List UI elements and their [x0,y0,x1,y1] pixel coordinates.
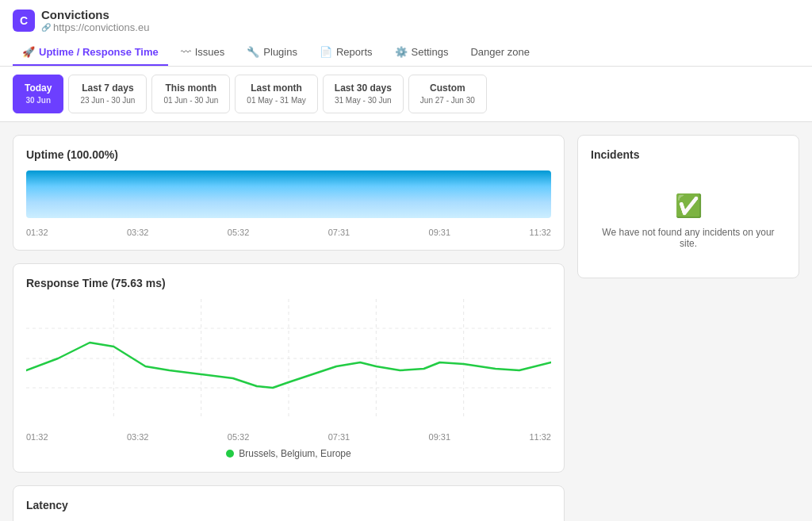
response-time-labels: 01:32 03:32 05:32 07:31 09:31 11:32 [26,432,551,442]
issues-icon: 〰 [181,46,191,58]
response-time-title: Response Time (75.63 ms) [26,277,551,289]
timerange-custom[interactable]: Custom Jun 27 - Jun 30 [408,75,487,113]
timerange-30days[interactable]: Last 30 days 31 May - 30 Jun [323,75,404,113]
plugins-icon: 🔧 [247,46,259,58]
nav-item-issues[interactable]: 〰 Issues [171,40,235,66]
time-range-selector: Today 30 Jun Last 7 days 23 Jun - 30 Jun… [0,67,812,122]
response-time-card: Response Time (75.63 ms) [13,263,565,473]
nav-item-danger[interactable]: Danger zone [461,40,538,66]
side-column: Incidents ✅ We have not found any incide… [577,135,799,521]
uptime-bar [26,170,551,218]
site-info: C Convictions 🔗 https://convictions.eu [13,8,799,33]
incidents-empty: ✅ We have not found any incidents on you… [591,177,786,265]
uptime-icon: 🚀 [22,46,35,58]
nav-item-plugins[interactable]: 🔧 Plugins [237,40,307,66]
content-area: Uptime (100.00%) 01:32 03:32 05:32 07:31… [0,122,812,521]
uptime-title: Uptime (100.00%) [26,148,551,161]
incidents-title: Incidents [591,148,786,161]
timerange-7days[interactable]: Last 7 days 23 Jun - 30 Jun [68,75,147,113]
timerange-thismonth[interactable]: This month 01 Jun - 30 Jun [151,75,230,113]
latency-card: Latency Brussels, Belgium, Europe 0 [13,485,565,521]
nav-item-uptime[interactable]: 🚀 Uptime / Response Time [13,40,168,66]
legend-dot [226,450,234,458]
latency-title: Latency [26,499,551,511]
site-logo: C [13,10,35,32]
check-circle-icon: ✅ [599,193,778,219]
main-column: Uptime (100.00%) 01:32 03:32 05:32 07:31… [13,135,565,521]
header: C Convictions 🔗 https://convictions.eu 🚀… [0,0,812,67]
incidents-message: We have not found any incidents on your … [599,227,778,249]
nav: 🚀 Uptime / Response Time 〰 Issues 🔧 Plug… [13,40,799,66]
site-url[interactable]: https://convictions.eu [53,21,149,33]
timerange-today[interactable]: Today 30 Jun [13,75,63,113]
chart-legend: Brussels, Belgium, Europe [26,448,551,459]
reports-icon: 📄 [320,46,332,58]
uptime-time-labels: 01:32 03:32 05:32 07:31 09:31 11:32 [26,228,551,237]
site-name: Convictions [41,8,149,21]
uptime-card: Uptime (100.00%) 01:32 03:32 05:32 07:31… [13,135,565,251]
link-icon: 🔗 [41,23,51,32]
timerange-lastmonth[interactable]: Last month 01 May - 31 May [235,75,317,113]
nav-item-reports[interactable]: 📄 Reports [310,40,382,66]
response-time-chart [26,299,551,426]
settings-icon: ⚙️ [395,46,408,58]
incidents-card: Incidents ✅ We have not found any incide… [577,135,799,278]
nav-item-settings[interactable]: ⚙️ Settings [385,40,458,66]
